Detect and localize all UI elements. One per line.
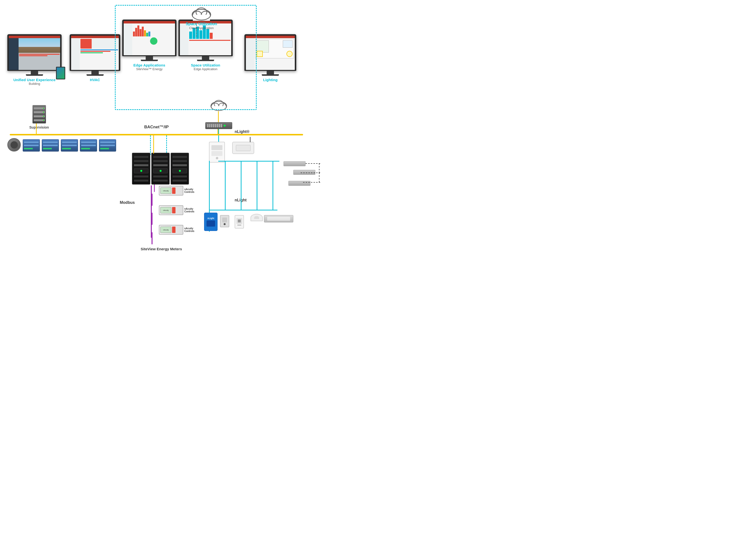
energy-meter-1: nAcuity nAcuityControls [159, 186, 194, 195]
cyan-dashed-left [150, 135, 151, 155]
light-fixtures [283, 161, 306, 183]
meter-connector [154, 184, 155, 192]
fixture-dashed-3 [301, 173, 320, 173]
supervision-device: Supervision [29, 105, 49, 129]
cyan-h-lower [209, 210, 278, 211]
fixture-dashed-5 [303, 182, 320, 183]
cyan-h-top [218, 161, 279, 161]
cloud-to-switch [218, 111, 219, 123]
large-light-fixture [264, 215, 293, 222]
controller-group [7, 138, 116, 151]
unified-ux-sublabel: Building [14, 82, 56, 85]
energy-meter-2: nAcuity nAcuityControls [159, 205, 194, 215]
modbus-vertical-line [151, 185, 152, 238]
nlight-hub-label: nLight® [235, 129, 249, 134]
monitor-hvac: HVAC [70, 34, 120, 82]
edge-applications-box [115, 5, 257, 110]
siteview-controller-box [132, 153, 189, 184]
cyan-v-4 [257, 161, 257, 210]
thermostat-sensor [235, 215, 244, 228]
siteview-meters-label: SiteView Energy Meters [137, 247, 186, 251]
monitor-unified-ux: Unified User Experience Building [7, 34, 62, 85]
fixture-dashed-2 [319, 163, 319, 173]
cyan-v-5 [273, 161, 273, 210]
ceiling-sensor [250, 214, 263, 221]
motion-sensor [220, 215, 229, 227]
modbus-label: Modbus [120, 200, 135, 205]
bus-line [10, 134, 303, 135]
wireless-ap [232, 142, 254, 154]
supervision-to-bus [36, 123, 37, 135]
unified-ux-label: Unified User Experience [14, 78, 56, 82]
main-diagram: Unified User Experience Building [0, 0, 378, 268]
network-switch [205, 122, 232, 129]
cyan-dashed-right [166, 135, 167, 155]
nlight-wall-ctrl: nLight [204, 213, 217, 231]
lighting-label: Lighting [263, 78, 278, 82]
cyan-v-3 [241, 161, 242, 210]
hvac-label: HVAC [90, 78, 100, 82]
energy-meter-3: nAcuity nAcuityControls [159, 225, 194, 235]
fixture-dashed-1 [306, 163, 320, 164]
supervision-label: Supervision [29, 125, 49, 129]
cyan-v-2 [225, 161, 226, 210]
bacnet-label: BACnet™/IP [144, 125, 169, 129]
fixture-dashed-4 [319, 173, 319, 182]
nlight-panel-device [209, 142, 225, 162]
yellow-v-center [153, 135, 154, 154]
